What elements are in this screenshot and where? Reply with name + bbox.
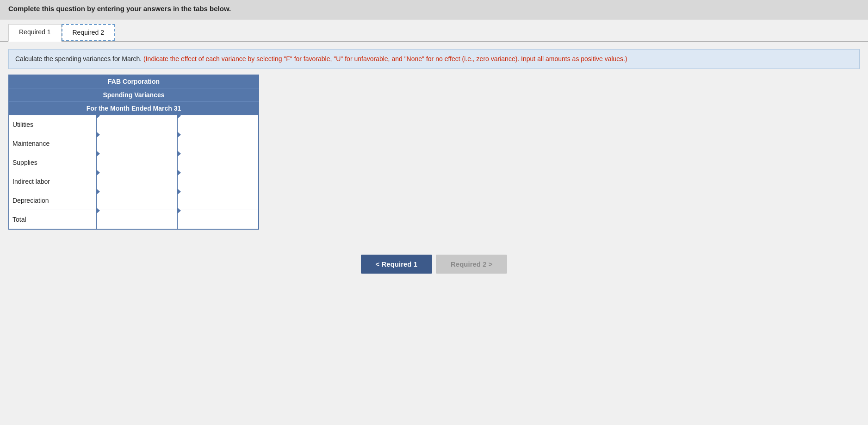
tab-required2[interactable]: Required 2	[62, 24, 116, 41]
row-0-input1[interactable]	[97, 119, 177, 138]
row-label: Utilities	[9, 115, 97, 134]
instruction-text: Complete this question by entering your …	[8, 5, 231, 12]
row-label: Total	[9, 210, 97, 229]
tabs-container: Required 1 Required 2	[0, 19, 868, 42]
row-3-input1[interactable]	[97, 176, 177, 194]
row-2-input1[interactable]	[97, 157, 177, 175]
row-4-input1[interactable]	[97, 195, 177, 213]
table-header-3: For the Month Ended March 31	[9, 101, 259, 115]
row-4-input2[interactable]	[178, 195, 258, 213]
row-1-input2[interactable]	[178, 138, 258, 156]
instructions-detail: (Indicate the effect of each variance by…	[142, 55, 627, 62]
table-header-1: FAB Corporation	[9, 75, 259, 88]
instructions-main: Calculate the spending variances for Mar…	[15, 55, 142, 62]
row-label: Indirect labor	[9, 172, 97, 191]
row-2-input2[interactable]	[178, 157, 258, 175]
next-button[interactable]: Required 2 >	[436, 255, 507, 274]
bottom-buttons: < Required 1 Required 2 >	[0, 255, 868, 274]
row-1-input1[interactable]	[97, 138, 177, 156]
top-bar: Complete this question by entering your …	[0, 0, 868, 19]
row-label: Supplies	[9, 153, 97, 172]
content-area: FAB Corporation Spending Variances For t…	[0, 75, 868, 244]
table-header-2: Spending Variances	[9, 88, 259, 101]
table-wrapper: FAB Corporation Spending Variances For t…	[8, 75, 259, 230]
row-0-input2[interactable]	[178, 119, 258, 138]
row-5-input2[interactable]	[178, 214, 258, 232]
row-5-input1[interactable]	[97, 214, 177, 232]
row-3-input2[interactable]	[178, 176, 258, 194]
prev-button[interactable]: < Required 1	[361, 255, 432, 274]
table-row: Utilities	[9, 115, 259, 134]
row-label: Maintenance	[9, 134, 97, 153]
row-label: Depreciation	[9, 191, 97, 210]
tab-required1[interactable]: Required 1	[8, 24, 62, 42]
instructions-box: Calculate the spending variances for Mar…	[8, 49, 860, 69]
